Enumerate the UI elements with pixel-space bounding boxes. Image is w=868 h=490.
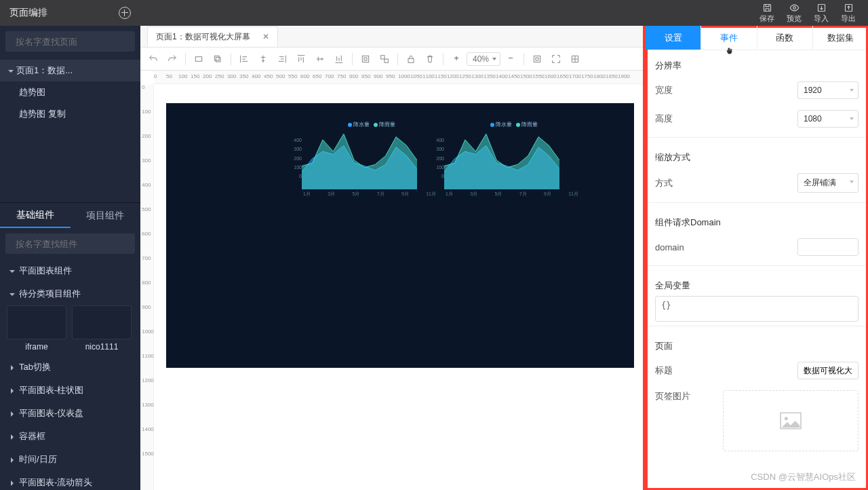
svg-point-5 xyxy=(11,244,12,244)
svg-rect-10 xyxy=(364,58,367,60)
component-tabs: 基础组件 项目组件 xyxy=(0,202,140,228)
export-button[interactable]: 导出 xyxy=(841,3,856,24)
scale-select[interactable]: 全屏铺满 xyxy=(797,173,859,193)
editor-tab[interactable]: 页面1：数据可视化大屏幕 ✕ xyxy=(147,26,278,47)
copy-button[interactable] xyxy=(212,53,224,65)
width-label: 宽度 xyxy=(655,84,797,96)
image-placeholder-icon xyxy=(777,411,804,431)
undo-button[interactable] xyxy=(147,53,159,65)
zoom-in-button[interactable]: + xyxy=(450,53,462,65)
fullscreen-button[interactable] xyxy=(550,53,562,65)
title-label: 标题 xyxy=(655,364,797,377)
align-top-button[interactable] xyxy=(295,53,307,65)
scale-label: 方式 xyxy=(655,177,797,189)
component-search-input[interactable] xyxy=(16,239,130,249)
svg-rect-12 xyxy=(384,59,388,62)
ruler-vertical: 0100200300400500600700800900100011001200… xyxy=(140,84,154,490)
section-domain: 组件请求Domain xyxy=(655,207,859,233)
global-var-textarea[interactable]: {} xyxy=(655,296,859,322)
save-button[interactable]: 保存 xyxy=(760,3,774,24)
canvas-stage[interactable]: 降水量降雨量01002003004001月3月5月7月9月11月 降水量降雨量0… xyxy=(166,103,634,368)
chart-instance[interactable]: 降水量降雨量01002003004001月3月5月7月9月11月 xyxy=(444,121,580,197)
canvas-toolbar: + 40% − xyxy=(140,48,643,71)
align-center-v-button[interactable] xyxy=(314,53,326,65)
section-resolution: 分辨率 xyxy=(655,50,859,76)
tab-functions[interactable]: 函数 xyxy=(757,26,813,50)
sidebar-title: 页面编排 xyxy=(9,7,47,19)
chart-instance[interactable]: 降水量降雨量01002003004001月3月5月7月9月11月 xyxy=(302,121,437,197)
grid-button[interactable] xyxy=(569,53,581,65)
svg-rect-9 xyxy=(362,56,368,62)
align-center-h-button[interactable] xyxy=(257,53,269,65)
component-group-0[interactable]: 平面图表组件 xyxy=(0,259,140,282)
component-group-7[interactable]: 平面图表-流动箭头 xyxy=(0,471,140,490)
title-input[interactable] xyxy=(797,362,859,379)
fit-button[interactable] xyxy=(531,53,543,65)
preview-button[interactable]: 预览 xyxy=(787,3,802,24)
component-group-4[interactable]: 平面图表-仪表盘 xyxy=(0,402,140,425)
redo-button[interactable] xyxy=(166,53,178,65)
tab-project-components[interactable]: 项目组件 xyxy=(71,203,141,228)
thumb-label: 页签图片 xyxy=(655,390,723,402)
svg-point-17 xyxy=(785,417,788,420)
width-select[interactable]: 1920 xyxy=(797,81,859,99)
component-search[interactable] xyxy=(5,233,135,254)
thumbnail-upload[interactable] xyxy=(723,390,859,451)
align-right-button[interactable] xyxy=(276,53,288,65)
page-search-input[interactable] xyxy=(16,37,130,47)
zoom-select[interactable]: 40% xyxy=(467,52,500,66)
search-icon xyxy=(11,239,12,248)
component-group-1[interactable]: 待分类项目组件 xyxy=(0,282,140,305)
import-button[interactable]: 导入 xyxy=(814,3,829,24)
height-select[interactable]: 1080 xyxy=(797,110,859,128)
page-search[interactable] xyxy=(5,31,135,52)
group-button[interactable] xyxy=(359,53,372,65)
svg-rect-8 xyxy=(214,56,219,60)
svg-rect-15 xyxy=(536,58,538,60)
properties-panel: 设置 事件 函数 数据集 分辨率 宽度1920 高度1080 缩放方式 方式全屏… xyxy=(646,26,868,490)
tab-events[interactable]: 事件 xyxy=(701,26,757,50)
component-thumb[interactable]: nico1111 xyxy=(72,305,132,352)
zoom-out-button[interactable]: − xyxy=(505,53,517,65)
editor-tab-label: 页面1：数据可视化大屏幕 xyxy=(156,31,250,43)
cursor-hand-icon xyxy=(725,47,734,56)
properties-tabs: 设置 事件 函数 数据集 xyxy=(646,26,868,50)
tab-datasets[interactable]: 数据集 xyxy=(813,26,868,50)
svg-rect-6 xyxy=(195,56,201,61)
align-bottom-button[interactable] xyxy=(333,53,345,65)
sidebar: 页面编排 页面1：数据... 趋势图 趋势图 复制 基础组件 项目组件 平面图表… xyxy=(0,26,140,490)
tab-base-components[interactable]: 基础组件 xyxy=(0,203,71,228)
page-tree: 页面1：数据... 趋势图 趋势图 复制 xyxy=(0,57,140,128)
page-tree-child[interactable]: 趋势图 xyxy=(0,81,140,103)
editor-tabstrip: 页面1：数据可视化大屏幕 ✕ xyxy=(140,26,643,48)
section-global: 全局变量 xyxy=(655,270,859,296)
search-icon xyxy=(11,37,12,46)
svg-rect-14 xyxy=(534,56,540,62)
svg-rect-11 xyxy=(381,55,384,58)
height-label: 高度 xyxy=(655,113,797,125)
lock-button[interactable] xyxy=(405,53,417,65)
close-icon[interactable]: ✕ xyxy=(262,32,269,41)
canvas-viewport[interactable]: 0501001502002503003504004505005506006507… xyxy=(140,71,643,490)
delete-button[interactable] xyxy=(424,53,436,65)
component-group-3[interactable]: 平面图表-柱状图 xyxy=(0,379,140,402)
sidebar-title-bar: 页面编排 xyxy=(0,0,140,26)
svg-rect-7 xyxy=(216,57,220,62)
component-thumb[interactable]: iframe xyxy=(7,305,66,352)
tab-settings[interactable]: 设置 xyxy=(646,26,701,50)
domain-input[interactable] xyxy=(797,238,859,256)
canvas-area: 页面1：数据可视化大屏幕 ✕ + 40 xyxy=(140,26,646,490)
section-page: 页面 xyxy=(655,331,859,356)
page-tree-child[interactable]: 趋势图 复制 xyxy=(0,103,140,125)
page-tree-root[interactable]: 页面1：数据... xyxy=(0,60,140,81)
svg-rect-0 xyxy=(764,4,770,11)
component-group-5[interactable]: 容器框 xyxy=(0,425,140,448)
rect-tool-button[interactable] xyxy=(193,53,205,65)
ungroup-button[interactable] xyxy=(378,53,391,65)
align-left-button[interactable] xyxy=(238,53,250,65)
add-page-button[interactable] xyxy=(119,7,131,19)
component-group-6[interactable]: 时间/日历 xyxy=(0,448,140,471)
component-group-2[interactable]: Tab切换 xyxy=(0,356,140,379)
component-list[interactable]: 平面图表组件待分类项目组件iframenico1111Tab切换平面图表-柱状图… xyxy=(0,259,140,490)
domain-label: domain xyxy=(655,242,797,252)
